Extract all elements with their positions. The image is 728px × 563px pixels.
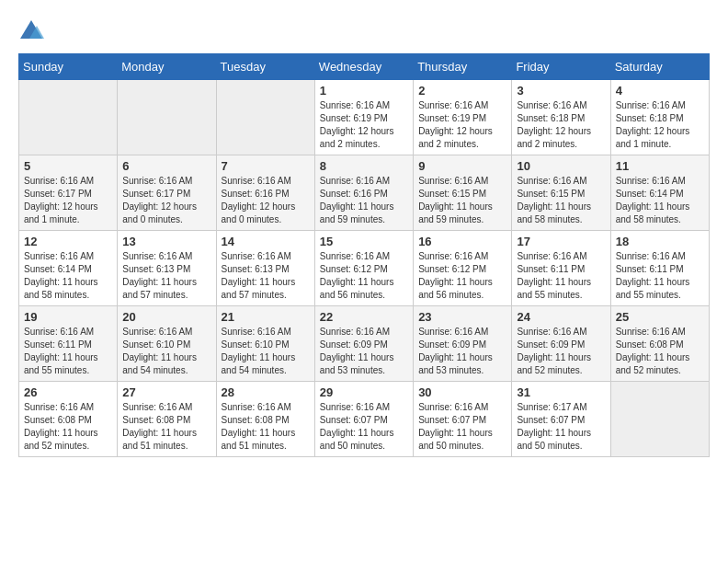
day-number: 24: [517, 310, 605, 324]
day-info: Sunrise: 6:16 AMSunset: 6:11 PMDaylight:…: [616, 250, 704, 302]
day-info: Sunrise: 6:16 AMSunset: 6:07 PMDaylight:…: [320, 401, 408, 453]
week-row-1: 1Sunrise: 6:16 AMSunset: 6:19 PMDaylight…: [19, 80, 710, 155]
day-cell: 6Sunrise: 6:16 AMSunset: 6:17 PMDaylight…: [118, 155, 216, 231]
day-cell: 16Sunrise: 6:16 AMSunset: 6:12 PMDayligh…: [414, 231, 512, 306]
day-info: Sunrise: 6:16 AMSunset: 6:14 PMDaylight:…: [616, 175, 704, 226]
day-cell: 11Sunrise: 6:16 AMSunset: 6:14 PMDayligh…: [610, 155, 709, 231]
col-header-thursday: Thursday: [414, 54, 512, 80]
day-number: 23: [418, 310, 506, 324]
day-info: Sunrise: 6:16 AMSunset: 6:15 PMDaylight:…: [418, 175, 506, 226]
day-number: 20: [122, 310, 210, 324]
day-number: 2: [418, 84, 506, 98]
day-number: 28: [222, 385, 310, 399]
day-info: Sunrise: 6:16 AMSunset: 6:07 PMDaylight:…: [418, 401, 506, 453]
day-number: 27: [122, 385, 210, 399]
day-info: Sunrise: 6:16 AMSunset: 6:19 PMDaylight:…: [320, 99, 408, 151]
day-cell: 23Sunrise: 6:16 AMSunset: 6:09 PMDayligh…: [414, 306, 512, 382]
day-number: 15: [320, 235, 408, 248]
day-info: Sunrise: 6:16 AMSunset: 6:14 PMDaylight:…: [24, 250, 112, 302]
day-cell: 29Sunrise: 6:16 AMSunset: 6:07 PMDayligh…: [314, 382, 413, 457]
page-header: [18, 18, 710, 44]
day-info: Sunrise: 6:16 AMSunset: 6:11 PMDaylight:…: [517, 250, 605, 302]
day-cell: [216, 80, 314, 155]
day-cell: 10Sunrise: 6:16 AMSunset: 6:15 PMDayligh…: [512, 155, 610, 231]
col-header-monday: Monday: [118, 54, 216, 80]
day-info: Sunrise: 6:16 AMSunset: 6:13 PMDaylight:…: [222, 250, 310, 302]
day-number: 4: [616, 84, 704, 98]
day-number: 18: [616, 235, 704, 248]
day-info: Sunrise: 6:16 AMSunset: 6:17 PMDaylight:…: [24, 175, 112, 226]
day-info: Sunrise: 6:17 AMSunset: 6:07 PMDaylight:…: [517, 401, 605, 453]
day-cell: 26Sunrise: 6:16 AMSunset: 6:08 PMDayligh…: [19, 382, 118, 457]
day-number: 6: [122, 159, 210, 173]
day-cell: 21Sunrise: 6:16 AMSunset: 6:10 PMDayligh…: [216, 306, 314, 382]
day-number: 1: [320, 84, 408, 98]
col-header-saturday: Saturday: [610, 54, 709, 80]
day-info: Sunrise: 6:16 AMSunset: 6:11 PMDaylight:…: [24, 326, 112, 377]
col-header-tuesday: Tuesday: [216, 54, 314, 80]
day-number: 14: [222, 235, 310, 248]
day-cell: 24Sunrise: 6:16 AMSunset: 6:09 PMDayligh…: [512, 306, 610, 382]
week-row-5: 26Sunrise: 6:16 AMSunset: 6:08 PMDayligh…: [19, 382, 710, 457]
day-cell: 13Sunrise: 6:16 AMSunset: 6:13 PMDayligh…: [118, 231, 216, 306]
day-number: 12: [24, 235, 112, 248]
day-cell: 30Sunrise: 6:16 AMSunset: 6:07 PMDayligh…: [414, 382, 512, 457]
day-number: 16: [418, 235, 506, 248]
day-cell: 20Sunrise: 6:16 AMSunset: 6:10 PMDayligh…: [118, 306, 216, 382]
day-cell: 4Sunrise: 6:16 AMSunset: 6:18 PMDaylight…: [610, 80, 709, 155]
day-cell: 22Sunrise: 6:16 AMSunset: 6:09 PMDayligh…: [314, 306, 413, 382]
day-number: 26: [24, 385, 112, 399]
day-cell: 17Sunrise: 6:16 AMSunset: 6:11 PMDayligh…: [512, 231, 610, 306]
day-info: Sunrise: 6:16 AMSunset: 6:09 PMDaylight:…: [418, 326, 506, 377]
week-row-2: 5Sunrise: 6:16 AMSunset: 6:17 PMDaylight…: [19, 155, 710, 231]
day-number: 5: [24, 159, 112, 173]
day-info: Sunrise: 6:16 AMSunset: 6:13 PMDaylight:…: [122, 250, 210, 302]
day-cell: 7Sunrise: 6:16 AMSunset: 6:16 PMDaylight…: [216, 155, 314, 231]
day-cell: 31Sunrise: 6:17 AMSunset: 6:07 PMDayligh…: [512, 382, 610, 457]
day-cell: 27Sunrise: 6:16 AMSunset: 6:08 PMDayligh…: [118, 382, 216, 457]
day-info: Sunrise: 6:16 AMSunset: 6:12 PMDaylight:…: [320, 250, 408, 302]
day-cell: 8Sunrise: 6:16 AMSunset: 6:16 PMDaylight…: [314, 155, 413, 231]
day-info: Sunrise: 6:16 AMSunset: 6:18 PMDaylight:…: [616, 99, 704, 151]
day-info: Sunrise: 6:16 AMSunset: 6:08 PMDaylight:…: [616, 326, 704, 377]
col-header-friday: Friday: [512, 54, 610, 80]
day-info: Sunrise: 6:16 AMSunset: 6:15 PMDaylight:…: [517, 175, 605, 226]
day-number: 3: [517, 84, 605, 98]
day-info: Sunrise: 6:16 AMSunset: 6:09 PMDaylight:…: [517, 326, 605, 377]
day-number: 7: [222, 159, 310, 173]
day-cell: 12Sunrise: 6:16 AMSunset: 6:14 PMDayligh…: [19, 231, 118, 306]
col-header-sunday: Sunday: [19, 54, 118, 80]
logo: [18, 18, 50, 44]
day-info: Sunrise: 6:16 AMSunset: 6:08 PMDaylight:…: [122, 401, 210, 453]
day-cell: 2Sunrise: 6:16 AMSunset: 6:19 PMDaylight…: [414, 80, 512, 155]
day-number: 19: [24, 310, 112, 324]
day-number: 22: [320, 310, 408, 324]
day-cell: 28Sunrise: 6:16 AMSunset: 6:08 PMDayligh…: [216, 382, 314, 457]
day-number: 30: [418, 385, 506, 399]
day-cell: 1Sunrise: 6:16 AMSunset: 6:19 PMDaylight…: [314, 80, 413, 155]
day-info: Sunrise: 6:16 AMSunset: 6:12 PMDaylight:…: [418, 250, 506, 302]
header-row: SundayMondayTuesdayWednesdayThursdayFrid…: [19, 54, 710, 80]
day-number: 29: [320, 385, 408, 399]
day-info: Sunrise: 6:16 AMSunset: 6:16 PMDaylight:…: [320, 175, 408, 226]
day-cell: 25Sunrise: 6:16 AMSunset: 6:08 PMDayligh…: [610, 306, 709, 382]
calendar-table: SundayMondayTuesdayWednesdayThursdayFrid…: [18, 53, 710, 457]
day-number: 25: [616, 310, 704, 324]
day-info: Sunrise: 6:16 AMSunset: 6:17 PMDaylight:…: [122, 175, 210, 226]
day-cell: 5Sunrise: 6:16 AMSunset: 6:17 PMDaylight…: [19, 155, 118, 231]
week-row-4: 19Sunrise: 6:16 AMSunset: 6:11 PMDayligh…: [19, 306, 710, 382]
day-number: 9: [418, 159, 506, 173]
col-header-wednesday: Wednesday: [314, 54, 413, 80]
day-number: 17: [517, 235, 605, 248]
day-info: Sunrise: 6:16 AMSunset: 6:18 PMDaylight:…: [517, 99, 605, 151]
day-cell: 18Sunrise: 6:16 AMSunset: 6:11 PMDayligh…: [610, 231, 709, 306]
day-cell: 9Sunrise: 6:16 AMSunset: 6:15 PMDaylight…: [414, 155, 512, 231]
day-number: 8: [320, 159, 408, 173]
day-info: Sunrise: 6:16 AMSunset: 6:10 PMDaylight:…: [122, 326, 210, 377]
day-number: 11: [616, 159, 704, 173]
day-number: 31: [517, 385, 605, 399]
day-info: Sunrise: 6:16 AMSunset: 6:16 PMDaylight:…: [222, 175, 310, 226]
day-cell: [610, 382, 709, 457]
day-cell: 3Sunrise: 6:16 AMSunset: 6:18 PMDaylight…: [512, 80, 610, 155]
day-cell: [19, 80, 118, 155]
